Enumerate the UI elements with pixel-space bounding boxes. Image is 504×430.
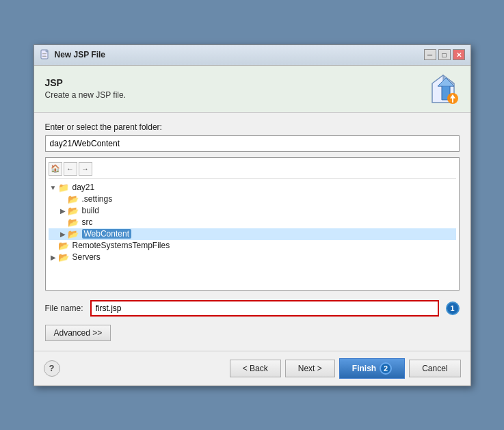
tree-item-label: day21 <box>72 183 95 192</box>
title-controls: ─ □ ✕ <box>424 49 465 60</box>
folder-icon: 📂 <box>58 252 69 263</box>
expand-icon: ▶ <box>49 254 58 261</box>
back-button[interactable]: < Back <box>230 360 281 377</box>
home-button[interactable]: 🏠 <box>49 162 62 176</box>
body-section: Enter or select the parent folder: 🏠 ← →… <box>34 113 470 351</box>
folder-input[interactable] <box>45 135 460 152</box>
title-bar: New JSP File ─ □ ✕ <box>34 45 470 66</box>
folder-icon: 📂 <box>68 194 79 204</box>
cancel-button[interactable]: Cancel <box>409 360 460 377</box>
no-expand <box>58 219 68 226</box>
folder-icon: 📂 <box>58 241 69 251</box>
dialog: New JSP File ─ □ ✕ JSP Create a new JSP … <box>34 44 471 386</box>
file-name-label: File name: <box>45 304 83 313</box>
file-name-row: File name: 1 <box>45 300 460 317</box>
expand-icon: ▼ <box>49 184 58 191</box>
header-heading: JSP <box>45 77 127 88</box>
tree-item-day21[interactable]: ▼ 📁 day21 <box>49 182 456 193</box>
folder-icon: 📂 <box>68 206 79 216</box>
forward-nav-button[interactable]: → <box>79 162 92 176</box>
tree-item-build[interactable]: ▶ 📂 build <box>49 205 456 217</box>
back-nav-button[interactable]: ← <box>64 162 77 176</box>
advanced-button[interactable]: Advanced >> <box>45 325 111 341</box>
header-icon <box>427 72 460 105</box>
tree-item-settings[interactable]: 📂 .settings <box>49 193 456 205</box>
header-subtitle: Create a new JSP file. <box>45 90 127 100</box>
tree-item-src[interactable]: 📂 src <box>49 217 456 228</box>
expand-icon: ▶ <box>58 207 68 215</box>
tree-item-servers[interactable]: ▶ 📂 Servers <box>49 252 456 263</box>
badge-1: 1 <box>446 301 460 315</box>
tree-container[interactable]: 🏠 ← → ▼ 📁 day21 📂 .settings ▶ 📂 build <box>45 157 460 291</box>
tree-item-label-selected: WebContent <box>82 229 132 239</box>
folder-icon: 📂 <box>68 217 79 228</box>
footer-right: < Back Next > Finish 2 Cancel <box>230 358 461 379</box>
no-expand <box>49 242 58 250</box>
tree-item-label: Servers <box>72 252 101 262</box>
svg-rect-3 <box>42 55 46 55</box>
header-section: JSP Create a new JSP file. <box>34 66 470 113</box>
maximize-button[interactable]: □ <box>438 49 451 60</box>
title-bar-left: New JSP File <box>40 49 105 60</box>
svg-rect-4 <box>42 56 47 57</box>
expand-icon: ▶ <box>58 230 68 238</box>
file-name-input[interactable] <box>90 300 439 317</box>
tree-item-webcontent[interactable]: ▶ 📂 WebContent <box>49 228 456 240</box>
badge-2: 2 <box>380 362 392 375</box>
folder-icon: 📂 <box>68 229 79 239</box>
folder-icon: 📁 <box>58 183 69 193</box>
close-button[interactable]: ✕ <box>453 49 465 60</box>
next-button[interactable]: Next > <box>285 360 335 377</box>
minimize-button[interactable]: ─ <box>424 49 436 60</box>
tree-item-label: build <box>82 206 99 215</box>
finish-button[interactable]: Finish 2 <box>339 358 405 379</box>
footer-left: ? <box>44 360 60 377</box>
footer-section: ? < Back Next > Finish 2 Cancel <box>34 351 470 386</box>
title-text: New JSP File <box>55 50 105 59</box>
tree-item-label: src <box>82 217 93 227</box>
folder-label: Enter or select the parent folder: <box>45 122 460 132</box>
tree-item-remotesystems[interactable]: 📂 RemoteSystemsTempFiles <box>49 240 456 252</box>
tree-item-label: RemoteSystemsTempFiles <box>72 241 170 250</box>
title-icon <box>40 49 51 60</box>
header-text: JSP Create a new JSP file. <box>45 77 127 100</box>
no-expand <box>58 196 68 203</box>
svg-rect-2 <box>42 53 47 54</box>
tree-toolbar: 🏠 ← → <box>49 161 456 179</box>
tree-item-label: .settings <box>82 194 113 204</box>
help-button[interactable]: ? <box>44 360 60 377</box>
